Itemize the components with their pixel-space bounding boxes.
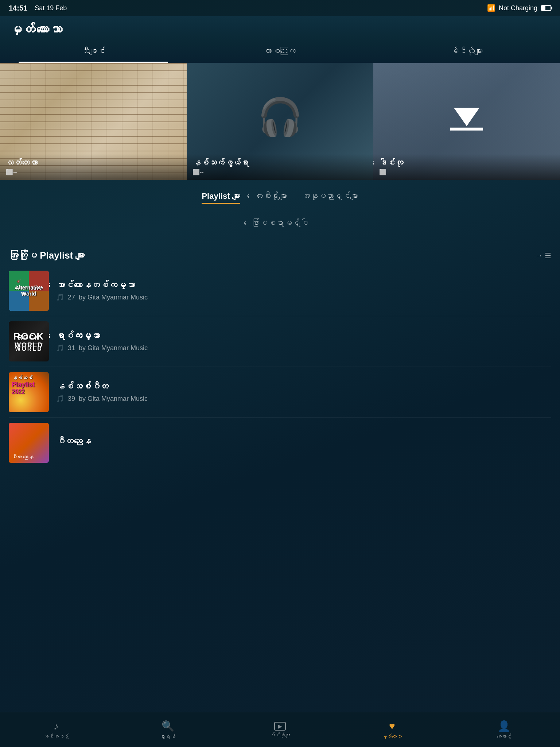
list-icon: ☰ [545, 251, 551, 260]
tab-playlists[interactable]: Playlist များ [202, 191, 240, 204]
bottom-nav-favorites-label: မှတ်ထားသော [382, 734, 402, 739]
playlist-meta-1: 🎵 27 by Gita Myanmar Music [56, 293, 551, 301]
playlist-more-button[interactable]: → ☰ [535, 251, 551, 260]
heart-icon: ♥ [389, 720, 395, 732]
bottom-nav-home-label: အစိအစဉ် [43, 734, 69, 739]
playlist-thumb-1: 🎸 AlternativeWorld [9, 271, 49, 311]
playlist-title-4: ဂီတညနေ [56, 436, 551, 446]
playlist-info-3: နစ်သစ်ဂီတ 🎵 39 by Gita Myanmar Music [56, 382, 551, 403]
banner-card-sub-2: ⬜-- [192, 169, 368, 175]
download-arrow-icon [454, 108, 479, 126]
list-item[interactable]: ဂီတ ညနေ ဂီတညနေ [9, 418, 551, 468]
playlist-author-1: by Gita Myanmar Music [79, 294, 148, 301]
playlist-thumb-4: ဂီတ ညနေ [9, 423, 49, 463]
download-icon-wrapper [450, 108, 483, 131]
bottom-nav: ♪ အစိအစဉ် 🔍 ရှာရန် ▶ မိဒီယိုများ ♥ မှတ်ထ… [0, 712, 560, 747]
waveform-icon-2: 🎵 [56, 344, 64, 352]
search-icon: 🔍 [162, 720, 174, 732]
status-bar: 14:51 Sat 19 Feb 📶 Not Charging [0, 0, 560, 16]
playlist-section-title: အကြိုပြ Playlist များ [9, 250, 85, 261]
list-item[interactable]: နစ်သစ် Playlist 2022 နစ်သစ်ဂီတ 🎵 39 by G… [9, 367, 551, 418]
playlist-title-2: ရောဂ်ကမ္ဘာ [56, 331, 551, 341]
battery-fill [542, 6, 545, 10]
playlist-info-2: ရောဂ်ကမ္ဘာ 🎵 31 by Gita Myanmar Music [56, 331, 551, 352]
list-item[interactable]: 🎸 AlternativeWorld အောင်တာနေတစ်ကမ္ဘာ 🎵 2… [9, 266, 551, 316]
bottom-nav-search[interactable]: 🔍 ရှာရန် [112, 712, 224, 747]
banner-card-title-3: ဒေါင်းလု [379, 158, 554, 168]
list-item[interactable]: ROCK WORLD ရောဂ်ကမ္ဘာ 🎵 31 by Gita Myanm… [9, 316, 551, 367]
tab-songs[interactable]: သီချင်း [0, 40, 187, 63]
playlist-info-1: အောင်တာနေတစ်ကမ္ဘာ 🎵 27 by Gita Myanmar M… [56, 280, 551, 301]
bottom-nav-favorites[interactable]: ♥ မှတ်ထားသော [336, 712, 448, 747]
tab-karaoke[interactable]: ကာစဩကေ [187, 40, 373, 63]
tab-artists[interactable]: အနုပညာရှင်များ [302, 191, 358, 204]
tab-videos[interactable]: မိဒီယိုများ [373, 40, 560, 63]
empty-state: ဖော်ပြစရာမရှိပါ [0, 204, 560, 243]
banner-card-sub-3: ⬜ [379, 169, 554, 175]
bottom-nav-search-label: ရှာရန် [160, 734, 176, 739]
status-date: Sat 19 Feb [35, 4, 67, 12]
banner-card-overlay-3: ဒေါင်းလု ⬜ [373, 154, 560, 180]
bottom-nav-profile[interactable]: 👤 အကောင့် [448, 712, 560, 747]
banner-card-recent[interactable]: လတ်တလော ⬜-- [0, 63, 187, 180]
playlist-meta-2: 🎵 31 by Gita Myanmar Music [56, 344, 551, 352]
bottom-nav-videos[interactable]: ▶ မိဒီယိုများ [224, 712, 336, 747]
track-count-1: 27 [68, 294, 75, 301]
playlist-meta-3: 🎵 39 by Gita Myanmar Music [56, 395, 551, 403]
track-count-2: 31 [68, 344, 75, 352]
track-count-3: 39 [68, 395, 75, 403]
playlist-title-1: အောင်တာနေတစ်ကမ္ဘာ [56, 280, 551, 290]
music-note-icon: ♪ [54, 720, 59, 732]
status-right: 📶 Not Charging [487, 4, 551, 12]
playlist-thumb-2: ROCK WORLD [9, 321, 49, 361]
wifi-icon: 📶 [487, 4, 495, 12]
playlist-title-3: နစ်သစ်ဂီတ [56, 382, 551, 392]
app-header: မှတ်ထားသော [0, 16, 560, 40]
banner-card-overlay-2: နစ်သက်ဖွယ်ရာ ⬜-- [187, 154, 373, 180]
playlist-info-4: ဂီတညနေ [56, 436, 551, 449]
tab-genres[interactable]: တေးစီးရိုးများ [255, 191, 287, 204]
bottom-nav-home[interactable]: ♪ အစိအစဉ် [0, 712, 112, 747]
battery-label: Not Charging [499, 4, 537, 12]
banner-card-title-2: နစ်သက်ဖွယ်ရာ [192, 158, 368, 168]
play-icon: ▶ [274, 722, 286, 731]
playlist-thumb-3: နစ်သစ် Playlist 2022 [9, 372, 49, 412]
playlist-list: 🎸 AlternativeWorld အောင်တာနေတစ်ကမ္ဘာ 🎵 2… [0, 266, 560, 468]
banner-card-overlay-1: လတ်တလော ⬜-- [0, 154, 187, 180]
banner-card-sub-1: ⬜-- [6, 169, 181, 175]
banner-card-title-1: လတ်တလော [6, 158, 181, 168]
download-line-icon [450, 128, 483, 131]
waveform-icon-1: 🎵 [56, 293, 64, 301]
status-time: 14:51 [9, 4, 27, 12]
nav-tabs: သီချင်း ကာစဩကေ မိဒီယိုများ [0, 40, 560, 63]
banner-card-favorites[interactable]: နစ်သက်ဖွယ်ရာ ⬜-- [187, 63, 373, 180]
banner-section: လတ်တလော ⬜-- နစ်သက်ဖွယ်ရာ ⬜-- ဒေါင်းလု ⬜ [0, 63, 560, 180]
user-icon: 👤 [498, 720, 510, 732]
page-title: မှတ်ထားသော [9, 22, 551, 37]
playlist-section-header: အကြိုပြ Playlist များ → ☰ [0, 243, 560, 266]
waveform-icon-3: 🎵 [56, 395, 64, 403]
playlist-author-3: by Gita Myanmar Music [79, 395, 148, 403]
playlist-author-2: by Gita Myanmar Music [79, 344, 148, 352]
battery-icon [541, 5, 551, 11]
bottom-nav-profile-label: အကောင့် [497, 734, 512, 739]
bottom-nav-videos-label: မိဒီယိုများ [270, 732, 290, 738]
section-tabs: Playlist များ တေးစီးရိုးများ အနုပညာရှင်မ… [0, 183, 560, 204]
banner-card-downloads[interactable]: ဒေါင်းလု ⬜ [373, 63, 560, 180]
